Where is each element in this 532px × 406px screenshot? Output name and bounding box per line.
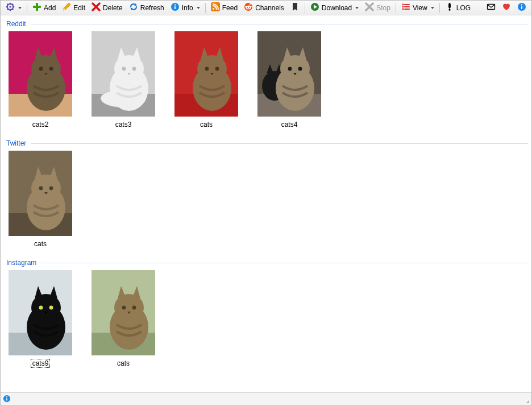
app-window: Add Edit Delete Refresh Info <box>0 0 532 406</box>
bookmark-button[interactable] <box>288 2 302 14</box>
svg-point-48 <box>39 67 43 71</box>
thumbnail-caption[interactable]: cats2 <box>31 120 51 129</box>
add-label: Add <box>44 4 56 12</box>
svg-rect-11 <box>33 6 41 8</box>
group-divider <box>31 143 528 144</box>
refresh-label: Refresh <box>140 4 164 12</box>
log-button[interactable]: LOG <box>442 2 473 14</box>
thumbnail-caption[interactable]: cats4 <box>280 120 300 129</box>
group-title: Twitter <box>6 139 26 147</box>
add-button[interactable]: Add <box>30 2 59 14</box>
thumbnail-item[interactable]: cats3 <box>92 31 155 129</box>
view-button[interactable]: View <box>398 2 437 14</box>
resize-grip-icon[interactable] <box>521 395 529 403</box>
svg-point-89 <box>49 187 53 190</box>
mail-button[interactable] <box>484 2 498 14</box>
svg-line-9 <box>13 4 14 5</box>
svg-point-32 <box>402 9 404 10</box>
thumbnail-item[interactable]: cats <box>9 151 72 248</box>
svg-point-67 <box>205 67 209 71</box>
svg-point-1 <box>9 6 11 7</box>
thumbnail-caption[interactable]: cats3 <box>114 120 134 129</box>
thumbnail-caption[interactable]: cats <box>32 239 48 248</box>
envelope-icon <box>487 2 496 13</box>
svg-point-20 <box>213 8 214 10</box>
reddit-icon <box>244 2 253 13</box>
svg-point-88 <box>39 187 43 190</box>
svg-point-68 <box>215 67 219 71</box>
donate-button[interactable] <box>499 2 514 14</box>
plus-icon <box>32 2 41 13</box>
svg-point-98 <box>49 306 53 310</box>
group-title: Instagram <box>6 259 36 267</box>
group-divider <box>31 24 528 24</box>
channels-button[interactable]: Channels <box>241 2 287 14</box>
stop-button[interactable]: Stop <box>362 2 393 14</box>
stop-label: Stop <box>376 4 390 12</box>
toolbar-separator <box>305 3 305 13</box>
chevron-down-icon <box>197 7 200 9</box>
svg-point-79 <box>288 67 292 71</box>
thumbnail-caption[interactable]: cats <box>198 120 214 129</box>
thumbnail-item[interactable]: cats9 <box>9 270 72 368</box>
svg-point-18 <box>174 4 176 5</box>
svg-rect-110 <box>6 398 7 400</box>
group-items: cats9 cats <box>4 268 528 368</box>
log-label: LOG <box>456 4 471 12</box>
toolbar-separator <box>439 3 440 13</box>
thumbnail-item[interactable]: cats4 <box>257 31 321 129</box>
group-divider <box>41 263 528 263</box>
heart-icon <box>502 2 511 13</box>
content-viewport[interactable]: Reddit cats2 cats3 <box>1 15 531 393</box>
x-icon <box>92 2 101 13</box>
chevron-down-icon <box>18 7 22 9</box>
group-items: cats <box>4 148 528 248</box>
info-button[interactable]: Info <box>168 2 203 14</box>
toolbar: Add Edit Delete Refresh Info <box>1 1 531 15</box>
delete-label: Delete <box>103 4 123 12</box>
svg-line-6 <box>7 4 9 5</box>
svg-point-80 <box>298 67 302 71</box>
thumbnail-image <box>174 31 238 117</box>
list-icon <box>401 2 410 13</box>
thumbnail-image <box>9 270 72 355</box>
info-label: Info <box>182 4 193 12</box>
svg-point-106 <box>122 306 126 310</box>
group: Reddit cats2 cats3 <box>4 19 528 129</box>
thumbnail-caption[interactable]: cats <box>115 359 131 368</box>
group-header[interactable]: Instagram <box>4 258 528 268</box>
thumbnail-image <box>92 31 155 117</box>
group: Instagram cats9 cats <box>4 258 528 368</box>
feed-button[interactable]: Feed <box>208 2 240 14</box>
svg-point-59 <box>132 67 136 71</box>
svg-point-24 <box>249 7 250 8</box>
pencil-icon <box>62 2 71 13</box>
delete-button[interactable]: Delete <box>89 2 126 14</box>
group-items: cats2 cats3 cats <box>4 29 528 129</box>
edit-button[interactable]: Edit <box>59 2 88 14</box>
refresh-button[interactable]: Refresh <box>126 2 167 14</box>
refresh-icon <box>129 2 138 13</box>
svg-rect-17 <box>174 6 176 9</box>
toolbar-separator <box>205 3 206 13</box>
rss-icon <box>211 2 220 13</box>
about-button[interactable] <box>514 2 529 14</box>
thumbnail-image <box>9 31 72 117</box>
group-header[interactable]: Twitter <box>4 138 528 148</box>
toolbar-separator <box>27 3 27 13</box>
svg-line-7 <box>13 9 14 10</box>
thumbnail-item[interactable]: cats <box>174 31 238 129</box>
exclamation-icon <box>445 2 454 13</box>
thumbnail-item[interactable]: cats <box>92 270 155 368</box>
thumbnail-item[interactable]: cats2 <box>9 31 72 129</box>
download-button[interactable]: Download <box>307 2 361 14</box>
thumbnail-caption[interactable]: cats9 <box>31 359 51 368</box>
group-header[interactable]: Reddit <box>4 19 528 29</box>
feed-label: Feed <box>222 4 238 12</box>
svg-point-26 <box>250 6 251 7</box>
svg-point-111 <box>6 396 7 397</box>
settings-button[interactable] <box>3 2 24 14</box>
play-icon <box>310 2 319 13</box>
group-title: Reddit <box>6 20 26 28</box>
gear-icon <box>6 2 15 13</box>
